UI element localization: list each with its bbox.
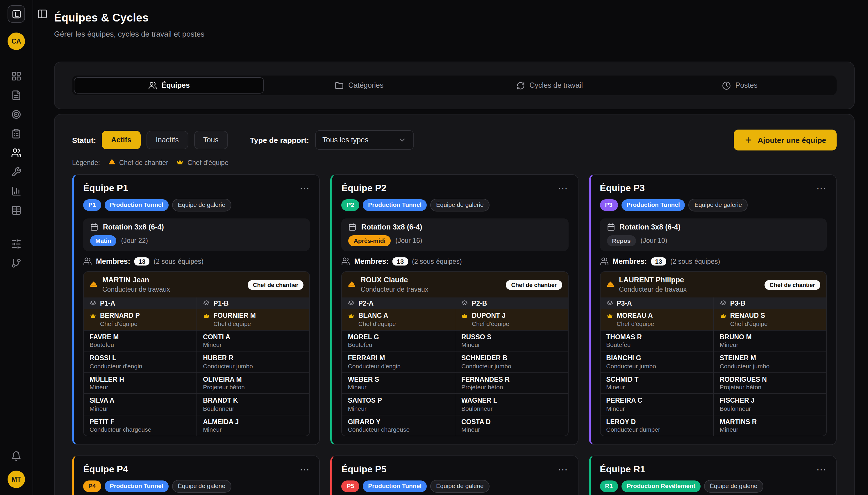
member-row: MOREL G Boutefeu bbox=[342, 330, 455, 351]
member-name: GIRARD Y bbox=[348, 418, 449, 426]
hard-hat-icon bbox=[108, 159, 116, 166]
notifications-button[interactable] bbox=[8, 451, 24, 461]
user-avatar-bottom[interactable]: MT bbox=[7, 471, 25, 488]
bell-icon bbox=[11, 451, 21, 461]
status-filter-tous[interactable]: Tous bbox=[194, 131, 228, 149]
subteam-members: THOMAS R Boutefeu BIANCHI G Conducteur j… bbox=[600, 330, 713, 436]
tab-postes[interactable]: Postes bbox=[645, 77, 835, 93]
card-menu-button[interactable]: ⋯ bbox=[300, 183, 310, 193]
member-role: Conducteur chargeuse bbox=[89, 426, 191, 433]
tab-cycles[interactable]: Cycles de travail bbox=[454, 77, 645, 93]
card-menu-button[interactable]: ⋯ bbox=[816, 465, 827, 475]
member-name: FERNANDES R bbox=[461, 375, 562, 384]
member-row: FERNANDES R Projeteur béton bbox=[455, 372, 568, 394]
status-filter-actifs[interactable]: Actifs bbox=[102, 131, 140, 149]
nav-tasks-button[interactable] bbox=[8, 129, 24, 139]
member-row: WEBER S Mineur bbox=[342, 372, 455, 394]
status-filter-inactifs[interactable]: Inactifs bbox=[147, 131, 188, 149]
nav-tables-button[interactable] bbox=[8, 205, 24, 216]
member-role: Projeteur béton bbox=[461, 383, 562, 391]
member-role: Conducteur chargeuse bbox=[348, 426, 449, 433]
layers-icon bbox=[89, 300, 97, 307]
member-role: Boulonneur bbox=[203, 405, 303, 412]
member-row: CONTI A Mineur bbox=[197, 330, 309, 351]
member-role: Mineur bbox=[348, 383, 449, 391]
team-card-header: Équipe P5 ⋯ bbox=[341, 464, 569, 475]
sidebar-toggle-button[interactable] bbox=[37, 8, 48, 20]
team-card: Équipe P5 ⋯ P5 Production Tunnel Équipe … bbox=[331, 456, 579, 495]
filters-row: Statut: Actifs Inactifs Tous Type de rap… bbox=[72, 130, 837, 151]
subteam-chef-row: FOURNIER M Chef d'équipe bbox=[197, 309, 309, 330]
leader-name: ROUX Claude bbox=[361, 276, 429, 285]
chef-name: BLANC A bbox=[358, 312, 396, 320]
nav-tools-button[interactable] bbox=[8, 167, 24, 177]
nav-workflow-button[interactable] bbox=[8, 258, 24, 269]
subteam-chef-row: DUPONT J Chef d'équipe bbox=[455, 309, 568, 330]
team-card-header: Équipe P3 ⋯ bbox=[600, 183, 827, 193]
tab-equipes[interactable]: Équipes bbox=[74, 77, 264, 93]
member-role: Conducteur jumbo bbox=[203, 362, 303, 370]
chef-name: FOURNIER M bbox=[213, 312, 256, 320]
nav-reports-button[interactable] bbox=[8, 186, 24, 197]
card-menu-button[interactable]: ⋯ bbox=[558, 465, 568, 475]
nav-settings-button[interactable] bbox=[8, 239, 24, 249]
nav-dashboard-button[interactable] bbox=[8, 71, 24, 81]
tab-label: Postes bbox=[735, 81, 757, 89]
card-menu-button[interactable]: ⋯ bbox=[558, 183, 568, 193]
chef-identity: BERNARD P Chef d'équipe bbox=[100, 312, 140, 328]
team-type-badge: Équipe de galerie bbox=[172, 480, 231, 493]
status-filter-label: Statut: bbox=[72, 136, 96, 144]
leader-badge: Chef de chantier bbox=[764, 280, 820, 290]
calendar-icon bbox=[607, 223, 615, 231]
member-row: SANTOS P Mineur bbox=[342, 394, 455, 415]
subteams: P1-A BERNARD P Chef d'équipe bbox=[84, 298, 310, 436]
tab-categories[interactable]: Catégories bbox=[264, 77, 455, 93]
team-name: Équipe P3 bbox=[600, 183, 645, 193]
panel-left-icon bbox=[37, 9, 48, 19]
rotation-label: Rotation 3x8 (6-4) bbox=[103, 223, 164, 231]
nav-objectives-button[interactable] bbox=[8, 109, 24, 120]
member-name: STEINER M bbox=[720, 354, 820, 362]
member-role: Conducteur d'engin bbox=[89, 362, 191, 370]
users-icon bbox=[341, 257, 350, 266]
leader-identity: MARTIN Jean Conducteur de travaux bbox=[102, 276, 170, 294]
app-logo[interactable] bbox=[7, 5, 25, 23]
folder-icon bbox=[335, 81, 344, 90]
member-role: Mineur bbox=[348, 405, 449, 412]
member-role: Boutefeu bbox=[89, 341, 191, 348]
report-type-select[interactable]: Tous les types bbox=[315, 130, 414, 150]
member-row: RODRIGUES N Projeteur béton bbox=[714, 372, 826, 394]
chef-role: Chef d'équipe bbox=[358, 320, 396, 327]
leader-role: Conducteur de travaux bbox=[361, 285, 429, 294]
leader-badge: Chef de chantier bbox=[506, 280, 562, 290]
member-role: Conducteur jumbo bbox=[720, 362, 820, 370]
member-name: WAGNER L bbox=[461, 396, 562, 405]
team-code-badge: R1 bbox=[600, 481, 618, 492]
team-card: Équipe P1 ⋯ P1 Production Tunnel Équipe … bbox=[72, 174, 320, 445]
member-name: LEROY D bbox=[606, 418, 707, 426]
card-menu-button[interactable]: ⋯ bbox=[300, 465, 310, 475]
member-row: STEINER M Conducteur jumbo bbox=[714, 351, 826, 372]
layers-icon bbox=[461, 300, 468, 307]
subteam-header: P1-B bbox=[197, 298, 309, 309]
member-role: Mineur bbox=[720, 426, 820, 433]
nav-documents-button[interactable] bbox=[8, 90, 24, 101]
members-line: Membres: 13 (2 sous-équipes) bbox=[341, 257, 569, 266]
member-row: FISCHER J Boulonneur bbox=[714, 394, 826, 415]
sidebar: CA MT bbox=[0, 0, 33, 495]
card-menu-button[interactable]: ⋯ bbox=[816, 183, 827, 193]
member-role: Conducteur dumper bbox=[606, 426, 707, 433]
add-team-label: Ajouter une équipe bbox=[758, 136, 826, 144]
team-badges: P4 Production Tunnel Équipe de galerie bbox=[83, 480, 310, 493]
user-avatar-top[interactable]: CA bbox=[7, 33, 25, 50]
table-icon bbox=[11, 205, 21, 216]
nav-teams-button[interactable] bbox=[8, 148, 24, 158]
add-team-button[interactable]: Ajouter une équipe bbox=[734, 130, 837, 151]
team-code-badge: P3 bbox=[600, 199, 618, 210]
rotation-box: Rotation 3x8 (6-4) Matin (Jour 22) bbox=[83, 218, 310, 251]
subteam-column: P1-B FOURNIER M Chef d'équipe bbox=[197, 298, 309, 436]
member-name: PEREIRA C bbox=[606, 396, 707, 405]
leader-identity: LAURENT Philippe Conducteur de travaux bbox=[619, 276, 687, 294]
team-category-badge: Production Tunnel bbox=[105, 199, 169, 210]
team-category-badge: Production Tunnel bbox=[363, 199, 427, 210]
